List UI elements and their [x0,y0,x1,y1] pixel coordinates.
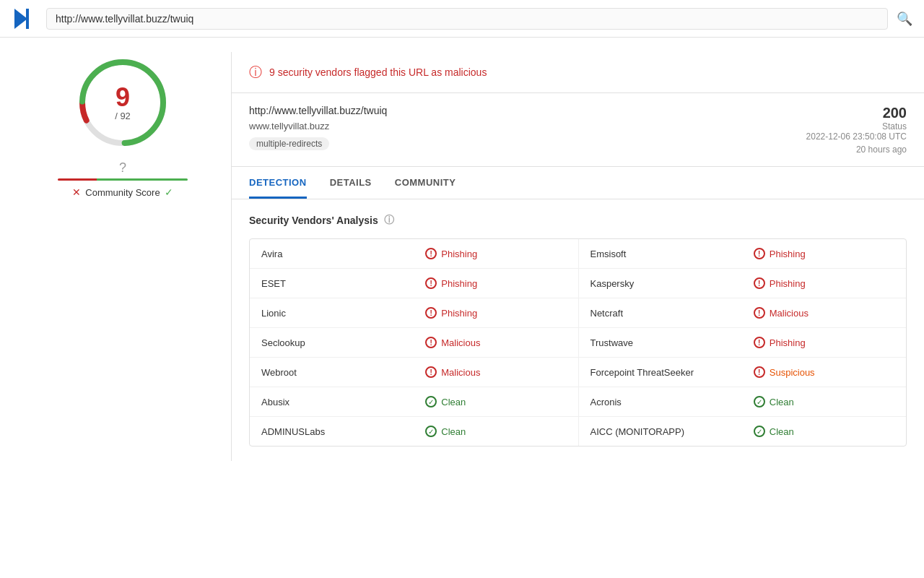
vendor-name: Webroot [261,367,297,378]
detection-content: Security Vendors' Analysis ⓘ Avira ! Phi… [232,199,924,461]
vendor-row: Abusix ✓ Clean Acronis ✓ Clean [250,387,906,417]
clean-icon: ✓ [425,426,437,437]
search-button[interactable]: 🔍 [897,11,912,27]
search-icon: 🔍 [897,12,912,26]
score-number: 9 [115,85,131,111]
clean-icon: ✓ [754,396,765,407]
main-content: 9 / 92 ? ✕ Community Score ✓ ⓘ 9 securit… [0,38,924,461]
vendor-name: AICC (MONITORAPP) [590,426,685,437]
vendor-name: ESET [261,278,286,289]
danger-icon: ! [425,337,437,348]
vendor-name: Seclookup [261,337,305,348]
url-info-right: 200 Status 2022-12-06 23:50:08 UTC 20 ho… [806,105,907,155]
community-score-label: Community Score [85,187,160,198]
vendor-cell-left-verdict: ✓ Clean [414,417,578,446]
vendors-table: Avira ! Phishing Emsisoft ! Phishing ESE… [249,238,907,447]
right-panel: ⓘ 9 security vendors flagged this URL as… [231,52,924,461]
vendor-cell-right-verdict: ✓ Clean [742,387,906,416]
score-bar [58,178,188,181]
url-info: http://www.tellyvillat.buzz/twuiq www.te… [232,93,924,167]
url-input[interactable] [46,8,888,30]
vendor-name: Netcraft [590,308,624,319]
verdict-right: ! Malicious [754,307,808,319]
header: 🔍 [0,0,924,38]
danger-icon: ! [754,366,765,378]
vendor-cell-right-name: Trustwave [578,328,742,357]
vendor-cell-left-name: Avira [250,239,414,268]
alert-banner: ⓘ 9 security vendors flagged this URL as… [232,52,924,93]
svg-marker-0 [14,9,27,29]
tab-community[interactable]: COMMUNITY [395,167,456,199]
vendor-name: Emsisoft [590,249,627,259]
vendor-cell-right-verdict: ! Phishing [742,239,906,268]
logo[interactable] [12,6,38,32]
vendor-name: Avira [261,249,282,259]
vendor-cell-left-name: ESET [250,269,414,298]
danger-icon: ! [425,366,437,378]
clean-icon: ✓ [754,426,765,437]
vendor-cell-right-name: Forcepoint ThreatSeeker [578,358,742,387]
vendor-cell-left-verdict: ! Phishing [414,298,578,327]
danger-icon: ! [425,307,437,319]
verdict-left: ✓ Clean [425,426,466,437]
url-main[interactable]: http://www.tellyvillat.buzz/twuiq [249,105,387,116]
vendor-cell-right-verdict: ! Phishing [742,328,906,357]
vendor-cell-left-name: Seclookup [250,328,414,357]
vendor-cell-right-verdict: ! Phishing [742,269,906,298]
url-domain: www.tellyvillat.buzz [249,121,387,131]
status-code: 200 [806,105,907,121]
danger-icon: ! [754,307,765,319]
vendor-name: Kaspersky [590,278,635,289]
verdict-right: ! Suspicious [754,366,815,378]
info-icon: ⓘ [384,214,394,227]
tabs: DETECTION DETAILS COMMUNITY [232,167,924,199]
gauge-inner: 9 / 92 [115,85,131,121]
danger-icon: ! [754,337,765,348]
verdict-left: ! Malicious [425,366,480,378]
verdict-left: ! Phishing [425,277,477,289]
vendor-cell-left-verdict: ! Phishing [414,239,578,268]
verdict-right: ! Phishing [754,337,806,348]
vendor-cell-right-verdict: ! Suspicious [742,358,906,387]
url-info-left: http://www.tellyvillat.buzz/twuiq www.te… [249,105,387,150]
time-ago: 20 hours ago [806,144,907,155]
vendor-name: Acronis [590,397,622,407]
cs-check-button[interactable]: ✓ [165,186,173,198]
cs-x-button[interactable]: ✕ [72,186,81,198]
gauge: 9 / 92 [72,52,173,153]
vendor-cell-right-name: Emsisoft [578,239,742,268]
tab-detection[interactable]: DETECTION [249,167,307,199]
vendor-cell-right-verdict: ✓ Clean [742,417,906,446]
vendor-row: ADMINUSLabs ✓ Clean AICC (MONITORAPP) ✓ … [250,417,906,446]
timestamp: 2022-12-06 23:50:08 UTC [806,131,907,142]
tab-details[interactable]: DETAILS [330,167,372,199]
verdict-left: ! Phishing [425,307,477,319]
verdict-left: ! Malicious [425,337,480,348]
verdict-left: ! Phishing [425,248,477,259]
vendor-cell-left-verdict: ✓ Clean [414,387,578,416]
section-title-text: Security Vendors' Analysis [249,215,378,226]
vendor-name: Lionic [261,308,286,319]
verdict-right: ✓ Clean [754,396,794,407]
vendor-row: Avira ! Phishing Emsisoft ! Phishing [250,239,906,269]
vendor-name: Forcepoint ThreatSeeker [590,367,694,378]
alert-text: 9 security vendors flagged this URL as m… [269,66,487,78]
vendor-cell-right-name: Kaspersky [578,269,742,298]
alert-icon: ⓘ [249,64,262,81]
clean-icon: ✓ [425,396,437,407]
danger-icon: ! [754,248,765,259]
vendor-cell-left-name: Webroot [250,358,414,387]
vendor-cell-left-name: ADMINUSLabs [250,417,414,446]
verdict-right: ✓ Clean [754,426,794,437]
url-tag[interactable]: multiple-redirects [249,137,329,150]
community-score-row: ✕ Community Score ✓ [72,186,173,198]
vendor-row: Webroot ! Malicious Forcepoint ThreatSee… [250,358,906,387]
status-label: Status [806,121,907,131]
vendor-cell-right-name: Acronis [578,387,742,416]
verdict-right: ! Phishing [754,277,806,289]
verdict-right: ! Phishing [754,248,806,259]
left-panel: 9 / 92 ? ✕ Community Score ✓ [0,52,231,461]
vendor-cell-left-name: Lionic [250,298,414,327]
score-bar-container [58,178,188,181]
danger-icon: ! [754,277,765,289]
